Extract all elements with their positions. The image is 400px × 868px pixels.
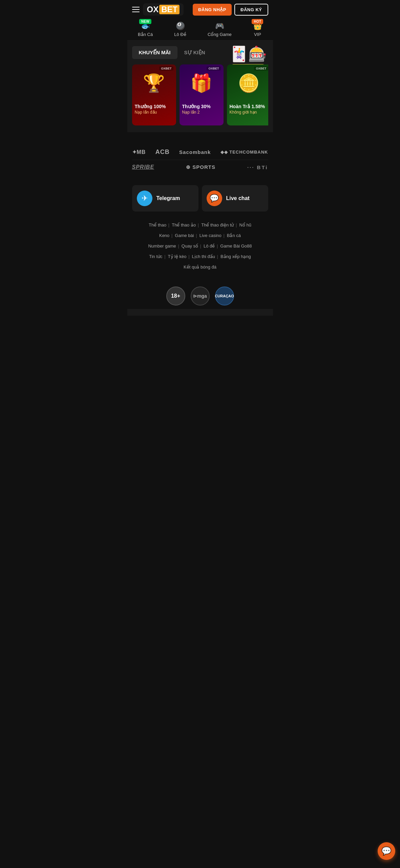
footer-links: Thể thao Thể thao ảo Thể thao điện tử Nổ… xyxy=(127,217,273,280)
techcombank-logo: ◆◆ TECHCOMBANK xyxy=(220,150,268,155)
footer-row-4: Tin tức Tỷ lệ kèo Lịch thi đấu Bảng xếp … xyxy=(132,252,268,261)
nav-tab-lo-de[interactable]: 🎱 Lô Đề xyxy=(174,22,186,37)
footer-link-keno[interactable]: Keno xyxy=(156,231,172,240)
footer-link-game-bai-go88[interactable]: Game Bài Go88 xyxy=(217,241,254,251)
cong-game-icon: 🎮 xyxy=(215,22,224,31)
footer-link-number-game[interactable]: Number game xyxy=(145,241,178,251)
footer-link-quay-so[interactable]: Quay số xyxy=(179,241,201,251)
spribe-logo: SPRIBE xyxy=(132,164,154,170)
livechat-icon: 💬 xyxy=(207,191,222,206)
hamburger-menu[interactable] xyxy=(132,7,140,12)
promo-card-title-2: Thưởng 30% xyxy=(182,104,221,109)
footer-link-lich-thi-dau[interactable]: Lịch thi đấu xyxy=(189,252,218,261)
support-section: ✈ Telegram 💬 Live chat xyxy=(127,180,273,217)
logo-bet: BET xyxy=(159,5,180,14)
footer-link-tin-tuc[interactable]: Tin tức xyxy=(146,252,165,261)
logo[interactable]: OX BET xyxy=(143,3,184,16)
footer-link-bang-xep-hang[interactable]: Bảng xếp hạng xyxy=(218,252,254,261)
main-content: 🃏🎰 MINI GAME KHUYẾN MÃI SỰ KIỆN OXBET 🏆 … xyxy=(127,41,273,316)
livechat-button[interactable]: 💬 Live chat xyxy=(202,185,268,212)
telegram-icon: ✈ xyxy=(137,191,152,206)
login-button[interactable]: ĐĂNG NHẬP xyxy=(193,4,232,16)
mb-logo: ✦MB xyxy=(132,149,146,155)
banks-row: ✦MB ACB Sacombank ◆◆ TECHCOMBANK xyxy=(132,144,268,160)
footer-link-ban-ca[interactable]: Bắn cá xyxy=(224,231,244,240)
badge-curacao: CURAÇAO xyxy=(215,287,234,305)
promo-card-3[interactable]: OXBET 🪙 Hoàn Trả 1.58% Không giới hạn xyxy=(227,64,268,125)
acb-logo: ACB xyxy=(155,149,170,156)
oxbet-label-2: OXBET xyxy=(207,66,220,71)
footer-link-lo-de[interactable]: Lô đề xyxy=(201,241,217,251)
lo-de-icon: 🎱 xyxy=(176,22,185,31)
register-button[interactable]: ĐĂNG KÝ xyxy=(234,4,268,16)
promo-card-text-3: Hoàn Trả 1.58% Không giới hạn xyxy=(227,102,268,117)
nav-tab-cong-game[interactable]: 🎮 Cổng Game xyxy=(208,22,232,37)
footer-link-game-bai[interactable]: Game bài xyxy=(172,231,196,240)
footer-link-the-thao-ao[interactable]: Thể thao ảo xyxy=(169,220,198,230)
header: OX BET ĐĂNG NHẬP ĐĂNG KÝ xyxy=(127,0,273,19)
logo-ox: OX xyxy=(147,5,159,14)
partners-section: ✦MB ACB Sacombank ◆◆ TECHCOMBANK SPRIBE … xyxy=(127,139,273,180)
tab-khuyen-mai[interactable]: KHUYẾN MÃI xyxy=(132,46,177,59)
footer-row-3: Number game Quay số Lô đề Game Bài Go88 xyxy=(132,241,268,251)
promo-cards: OXBET 🏆 Thưởng 100% Nạp lần đầu OXBET 🎁 … xyxy=(132,64,268,127)
badge-hot: HOT xyxy=(252,19,263,24)
footer-row-2: Keno Game bài Live casino Bắn cá xyxy=(132,231,268,240)
promo-card-1[interactable]: OXBET 🏆 Thưởng 100% Nạp lần đầu xyxy=(132,64,176,125)
oxbet-label-1: OXBET xyxy=(159,66,173,71)
nav-tab-ban-ca[interactable]: NEW 🐟 Bắn Cá xyxy=(138,22,153,37)
promo-card-sub-1: Nạp lần đầu xyxy=(135,110,173,115)
providers-row: SPRIBE ⊕ SPORTS ··· BTi xyxy=(132,160,268,174)
mini-game-icon: 🃏🎰 xyxy=(230,45,267,63)
badge-new: NEW xyxy=(139,19,151,24)
badge-mga: ⊳mga xyxy=(191,287,210,305)
promo-card-2[interactable]: OXBET 🎁 Thưởng 30% Nạp lần 2 xyxy=(180,64,224,125)
badge-18-plus: 18+ xyxy=(166,287,185,305)
promo-card-title-1: Thưởng 100% xyxy=(135,104,173,109)
livechat-label: Live chat xyxy=(226,195,250,201)
promo-tabs: KHUYẾN MÃI SỰ KIỆN xyxy=(132,46,212,59)
oxbet-label-3: OXBET xyxy=(254,66,268,71)
footer-badges: 18+ ⊳mga CURAÇAO xyxy=(127,280,273,309)
footer-link-no-hu[interactable]: Nổ hũ xyxy=(236,220,254,230)
bti-logo: ··· BTi xyxy=(247,164,268,170)
k-sports-logo: ⊕ SPORTS xyxy=(186,164,215,170)
footer-link-ty-le-keo[interactable]: Tỷ lệ kèo xyxy=(165,252,189,261)
nav-tabs: NEW 🐟 Bắn Cá 🎱 Lô Đề 🎮 Cổng Game HOT 👑 V… xyxy=(127,19,273,41)
tab-su-kien[interactable]: SỰ KIỆN xyxy=(177,46,212,59)
header-buttons: ĐĂNG NHẬP ĐĂNG KÝ xyxy=(193,4,268,16)
footer-row-1: Thể thao Thể thao ảo Thể thao điện tử Nổ… xyxy=(132,220,268,230)
promo-card-text-1: Thưởng 100% Nạp lần đầu xyxy=(132,102,176,117)
footer-link-ket-qua-bong-da[interactable]: Kết quả bóng đá xyxy=(181,262,219,272)
vip-label: VIP xyxy=(254,32,261,37)
telegram-label: Telegram xyxy=(156,195,180,201)
promo-card-text-2: Thưởng 30% Nạp lần 2 xyxy=(180,102,224,117)
footer-link-the-thao-dien-tu[interactable]: Thể thao điện tử xyxy=(198,220,236,230)
footer-link-live-casino[interactable]: Live casino xyxy=(197,231,224,240)
header-left: OX BET xyxy=(132,3,184,16)
lo-de-label: Lô Đề xyxy=(174,32,186,37)
telegram-button[interactable]: ✈ Telegram xyxy=(132,185,198,212)
promo-section: 🃏🎰 MINI GAME KHUYẾN MÃI SỰ KIỆN OXBET 🏆 … xyxy=(127,41,273,132)
nav-tab-vip[interactable]: HOT 👑 VIP xyxy=(253,22,262,37)
ban-ca-label: Bắn Cá xyxy=(138,32,153,37)
cong-game-label: Cổng Game xyxy=(208,32,232,37)
promo-card-title-3: Hoàn Trả 1.58% xyxy=(230,104,268,109)
sacombank-logo: Sacombank xyxy=(179,149,211,155)
promo-card-sub-3: Không giới hạn xyxy=(230,110,268,115)
footer-row-5: Kết quả bóng đá xyxy=(132,262,268,272)
promo-card-sub-2: Nạp lần 2 xyxy=(182,110,221,115)
footer-link-the-thao[interactable]: Thể thao xyxy=(146,220,169,230)
